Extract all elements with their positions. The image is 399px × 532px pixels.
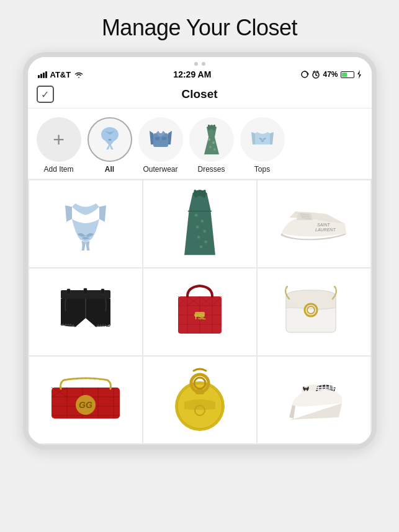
gucci-bag-image: GG [48, 375, 123, 425]
svg-rect-9 [155, 137, 159, 140]
indicator-dot-2 [202, 62, 205, 66]
outerwear-circle[interactable] [138, 117, 183, 162]
svg-point-23 [197, 236, 200, 239]
signal-bar-1 [38, 75, 40, 78]
yellow-bag-image [169, 366, 231, 434]
svg-rect-11 [208, 125, 210, 128]
page-wrapper: Manage Your Closet AT&T [0, 0, 399, 532]
battery-indicator [341, 71, 354, 78]
white-bag-image [280, 284, 348, 340]
category-all[interactable]: All [87, 117, 132, 174]
grid-item-gucci-bag[interactable]: GG [29, 357, 142, 443]
carrier-name: AT&T [50, 70, 71, 79]
category-dresses[interactable]: Dresses [189, 117, 234, 174]
svg-rect-34 [67, 289, 70, 294]
grid-item-blue-top[interactable] [29, 180, 142, 267]
svg-rect-18 [203, 189, 205, 195]
svg-point-15 [209, 146, 212, 148]
status-bar: AT&T 12:29 AM [28, 68, 372, 82]
dresses-icon [193, 121, 230, 158]
category-scroll[interactable]: + Add Item All [28, 109, 372, 179]
svg-point-82 [305, 388, 307, 390]
category-add-label: Add Item [43, 165, 73, 174]
all-circle[interactable] [87, 117, 132, 162]
battery-fill [342, 73, 347, 77]
category-all-label: All [105, 165, 114, 174]
svg-rect-35 [84, 288, 87, 294]
tops-icon [244, 121, 281, 158]
svg-line-80 [316, 387, 336, 388]
svg-point-24 [204, 240, 207, 243]
svg-rect-73 [195, 389, 204, 394]
grid-item-sneakers[interactable]: SAINT LAURENT [258, 180, 370, 267]
grid-item-yellow-bag[interactable] [143, 357, 256, 443]
indicator-dot-1 [194, 62, 198, 66]
all-category-icon [91, 121, 128, 158]
status-time: 12:29 AM [173, 69, 211, 79]
blue-top-image [52, 193, 120, 255]
svg-point-21 [195, 225, 199, 228]
signal-bar-4 [45, 71, 47, 78]
svg-point-25 [199, 245, 202, 248]
alarm-icon [312, 70, 320, 79]
floral-dress-image [175, 188, 225, 260]
nav-title: Closet [181, 87, 217, 101]
tablet-indicator [28, 57, 372, 68]
svg-rect-36 [101, 289, 104, 294]
signal-bars [38, 71, 47, 78]
status-left: AT&T [38, 70, 84, 79]
svg-point-16 [213, 148, 216, 151]
tops-circle[interactable] [240, 117, 285, 162]
category-tops-label: Tops [254, 165, 270, 174]
grid-item-black-shorts[interactable] [29, 268, 142, 355]
svg-text:LAURENT: LAURENT [315, 228, 336, 232]
sneakers-image: SAINT LAURENT [277, 199, 351, 249]
rotation-icon [300, 70, 309, 79]
signal-bar-2 [40, 74, 42, 78]
outerwear-icon [142, 121, 179, 158]
category-outerwear-label: Outerwear [143, 165, 177, 174]
svg-point-20 [200, 219, 204, 223]
grid-item-floral-dress[interactable] [143, 180, 256, 267]
status-right: 47% [300, 70, 361, 79]
grid-item-red-bag[interactable]: YSL [143, 268, 256, 355]
grid-item-heels[interactable] [258, 357, 370, 443]
category-tops[interactable]: Tops [240, 117, 285, 174]
signal-bar-3 [43, 73, 45, 78]
heels-image [280, 369, 348, 431]
add-icon: + [53, 130, 65, 149]
page-title: Manage Your Closet [102, 15, 297, 41]
grid-item-white-bag[interactable] [258, 268, 370, 355]
svg-line-81 [316, 389, 336, 389]
red-bag-image: YSL [169, 281, 231, 343]
category-dresses-label: Dresses [197, 165, 225, 174]
svg-point-19 [194, 213, 197, 216]
black-shorts-image [55, 284, 117, 340]
checkbox-button[interactable]: ✓ [37, 86, 54, 103]
svg-text:GG: GG [79, 400, 92, 410]
svg-text:SAINT: SAINT [317, 223, 330, 227]
svg-rect-10 [162, 137, 166, 140]
svg-point-22 [203, 229, 206, 233]
svg-rect-12 [213, 125, 215, 128]
category-add-item[interactable]: + Add Item [37, 117, 81, 174]
svg-line-4 [316, 75, 317, 76]
battery-percent: 47% [323, 70, 338, 79]
charging-icon [357, 70, 362, 79]
svg-rect-17 [194, 189, 196, 195]
svg-point-13 [208, 138, 210, 141]
add-circle[interactable]: + [37, 117, 81, 162]
nav-bar: ✓ Closet [28, 82, 372, 109]
svg-point-14 [212, 141, 215, 144]
wifi-icon [74, 71, 84, 78]
dresses-circle[interactable] [189, 117, 234, 162]
category-outerwear[interactable]: Outerwear [138, 117, 183, 174]
svg-text:YSL: YSL [194, 314, 205, 321]
tablet-frame: AT&T 12:29 AM [23, 52, 377, 450]
clothes-grid: SAINT LAURENT [28, 179, 372, 445]
